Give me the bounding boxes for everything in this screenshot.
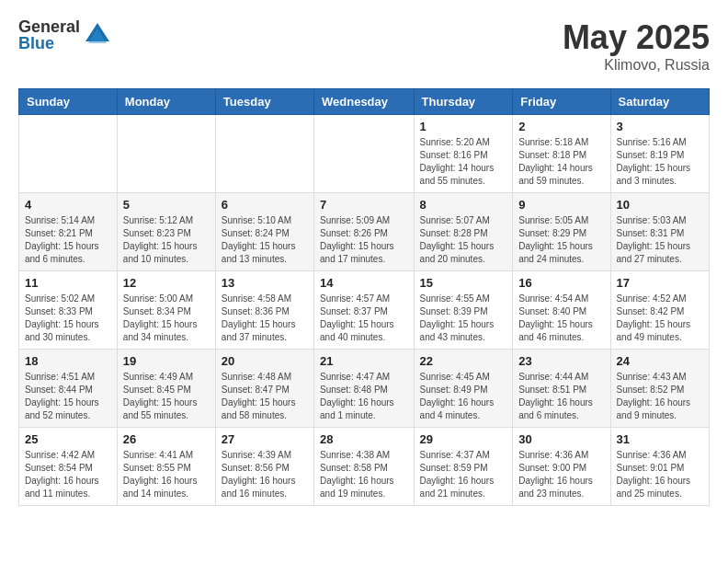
- table-row: 21Sunrise: 4:47 AM Sunset: 8:48 PM Dayli…: [314, 350, 415, 428]
- calendar-week-row: 11Sunrise: 5:02 AM Sunset: 8:33 PM Dayli…: [19, 271, 710, 350]
- calendar-header-row: Sunday Monday Tuesday Wednesday Thursday…: [19, 89, 710, 115]
- day-info: Sunrise: 5:09 AM Sunset: 8:26 PM Dayligh…: [320, 214, 408, 266]
- day-number: 5: [123, 198, 210, 212]
- table-row: 9Sunrise: 5:05 AM Sunset: 8:29 PM Daylig…: [513, 193, 610, 271]
- day-info: Sunrise: 5:10 AM Sunset: 8:24 PM Dayligh…: [222, 214, 308, 266]
- day-info: Sunrise: 5:07 AM Sunset: 8:28 PM Dayligh…: [420, 214, 507, 266]
- table-row: 24Sunrise: 4:43 AM Sunset: 8:52 PM Dayli…: [610, 350, 709, 428]
- day-info: Sunrise: 4:37 AM Sunset: 8:59 PM Dayligh…: [420, 449, 507, 500]
- logo-blue-text: Blue: [18, 35, 80, 52]
- table-row: 26Sunrise: 4:41 AM Sunset: 8:55 PM Dayli…: [117, 428, 215, 506]
- logo-icon: [84, 21, 111, 49]
- day-info: Sunrise: 4:48 AM Sunset: 8:47 PM Dayligh…: [222, 371, 308, 422]
- table-row: 8Sunrise: 5:07 AM Sunset: 8:28 PM Daylig…: [414, 193, 513, 271]
- table-row: 28Sunrise: 4:38 AM Sunset: 8:58 PM Dayli…: [314, 428, 415, 506]
- table-row: [117, 115, 215, 193]
- day-info: Sunrise: 5:12 AM Sunset: 8:23 PM Dayligh…: [123, 214, 210, 266]
- day-info: Sunrise: 4:58 AM Sunset: 8:36 PM Dayligh…: [222, 293, 308, 344]
- col-thursday: Thursday: [414, 89, 513, 115]
- day-number: 26: [123, 432, 210, 446]
- day-number: 24: [617, 354, 703, 368]
- table-row: 17Sunrise: 4:52 AM Sunset: 8:42 PM Dayli…: [610, 271, 709, 350]
- table-row: 6Sunrise: 5:10 AM Sunset: 8:24 PM Daylig…: [215, 193, 313, 271]
- table-row: 31Sunrise: 4:36 AM Sunset: 9:01 PM Dayli…: [610, 428, 709, 506]
- day-number: 11: [25, 276, 111, 290]
- day-info: Sunrise: 4:45 AM Sunset: 8:49 PM Dayligh…: [420, 371, 507, 422]
- location-subtitle: Klimovo, Russia: [563, 57, 710, 74]
- table-row: 4Sunrise: 5:14 AM Sunset: 8:21 PM Daylig…: [19, 193, 118, 271]
- table-row: [19, 115, 118, 193]
- day-number: 12: [123, 276, 210, 290]
- table-row: 12Sunrise: 5:00 AM Sunset: 8:34 PM Dayli…: [117, 271, 215, 350]
- table-row: 27Sunrise: 4:39 AM Sunset: 8:56 PM Dayli…: [215, 428, 313, 506]
- day-number: 23: [518, 354, 604, 368]
- day-number: 14: [320, 276, 408, 290]
- day-number: 6: [222, 198, 308, 212]
- calendar-week-row: 4Sunrise: 5:14 AM Sunset: 8:21 PM Daylig…: [19, 193, 710, 271]
- day-number: 9: [518, 198, 604, 212]
- day-number: 13: [222, 276, 308, 290]
- table-row: [314, 115, 415, 193]
- day-info: Sunrise: 5:14 AM Sunset: 8:21 PM Dayligh…: [25, 214, 111, 266]
- table-row: 13Sunrise: 4:58 AM Sunset: 8:36 PM Dayli…: [215, 271, 313, 350]
- col-wednesday: Wednesday: [314, 89, 415, 115]
- col-saturday: Saturday: [610, 89, 709, 115]
- table-row: 19Sunrise: 4:49 AM Sunset: 8:45 PM Dayli…: [117, 350, 215, 428]
- table-row: 1Sunrise: 5:20 AM Sunset: 8:16 PM Daylig…: [414, 115, 513, 193]
- title-block: May 2025 Klimovo, Russia: [563, 18, 710, 74]
- calendar-week-row: 1Sunrise: 5:20 AM Sunset: 8:16 PM Daylig…: [19, 115, 710, 193]
- calendar-table: Sunday Monday Tuesday Wednesday Thursday…: [18, 88, 710, 506]
- day-info: Sunrise: 4:51 AM Sunset: 8:44 PM Dayligh…: [25, 371, 111, 422]
- col-friday: Friday: [513, 89, 610, 115]
- day-number: 10: [617, 198, 703, 212]
- table-row: 16Sunrise: 4:54 AM Sunset: 8:40 PM Dayli…: [513, 271, 610, 350]
- logo-general-text: General: [18, 18, 80, 35]
- table-row: 10Sunrise: 5:03 AM Sunset: 8:31 PM Dayli…: [610, 193, 709, 271]
- day-number: 2: [518, 120, 604, 133]
- day-info: Sunrise: 4:49 AM Sunset: 8:45 PM Dayligh…: [123, 371, 210, 422]
- table-row: 11Sunrise: 5:02 AM Sunset: 8:33 PM Dayli…: [19, 271, 118, 350]
- day-number: 4: [25, 198, 111, 212]
- table-row: [215, 115, 313, 193]
- day-info: Sunrise: 4:36 AM Sunset: 9:01 PM Dayligh…: [617, 449, 703, 500]
- table-row: 18Sunrise: 4:51 AM Sunset: 8:44 PM Dayli…: [19, 350, 118, 428]
- day-info: Sunrise: 4:52 AM Sunset: 8:42 PM Dayligh…: [617, 293, 703, 344]
- day-number: 16: [518, 276, 604, 290]
- col-sunday: Sunday: [19, 89, 118, 115]
- table-row: 29Sunrise: 4:37 AM Sunset: 8:59 PM Dayli…: [414, 428, 513, 506]
- day-info: Sunrise: 5:20 AM Sunset: 8:16 PM Dayligh…: [420, 136, 507, 188]
- day-info: Sunrise: 5:00 AM Sunset: 8:34 PM Dayligh…: [123, 293, 210, 344]
- day-number: 19: [123, 354, 210, 368]
- calendar-week-row: 25Sunrise: 4:42 AM Sunset: 8:54 PM Dayli…: [19, 428, 710, 506]
- page-header: General Blue May 2025 Klimovo, Russia: [18, 18, 710, 74]
- day-number: 21: [320, 354, 408, 368]
- day-number: 31: [617, 432, 703, 446]
- day-info: Sunrise: 5:18 AM Sunset: 8:18 PM Dayligh…: [518, 136, 604, 188]
- col-tuesday: Tuesday: [215, 89, 313, 115]
- table-row: 7Sunrise: 5:09 AM Sunset: 8:26 PM Daylig…: [314, 193, 415, 271]
- day-number: 27: [222, 432, 308, 446]
- calendar-week-row: 18Sunrise: 4:51 AM Sunset: 8:44 PM Dayli…: [19, 350, 710, 428]
- day-number: 30: [518, 432, 604, 446]
- day-info: Sunrise: 4:38 AM Sunset: 8:58 PM Dayligh…: [320, 449, 408, 500]
- day-number: 3: [617, 120, 703, 133]
- day-number: 15: [420, 276, 507, 290]
- table-row: 5Sunrise: 5:12 AM Sunset: 8:23 PM Daylig…: [117, 193, 215, 271]
- day-number: 7: [320, 198, 408, 212]
- day-number: 18: [25, 354, 111, 368]
- day-info: Sunrise: 4:54 AM Sunset: 8:40 PM Dayligh…: [518, 293, 604, 344]
- month-year-title: May 2025: [563, 18, 710, 57]
- day-number: 8: [420, 198, 507, 212]
- day-info: Sunrise: 4:55 AM Sunset: 8:39 PM Dayligh…: [420, 293, 507, 344]
- table-row: 25Sunrise: 4:42 AM Sunset: 8:54 PM Dayli…: [19, 428, 118, 506]
- day-number: 17: [617, 276, 703, 290]
- table-row: 2Sunrise: 5:18 AM Sunset: 8:18 PM Daylig…: [513, 115, 610, 193]
- day-info: Sunrise: 4:41 AM Sunset: 8:55 PM Dayligh…: [123, 449, 210, 500]
- day-number: 1: [420, 120, 507, 133]
- day-info: Sunrise: 5:03 AM Sunset: 8:31 PM Dayligh…: [617, 214, 703, 266]
- logo: General Blue: [18, 18, 111, 52]
- day-info: Sunrise: 4:36 AM Sunset: 9:00 PM Dayligh…: [518, 449, 604, 500]
- day-info: Sunrise: 4:39 AM Sunset: 8:56 PM Dayligh…: [222, 449, 308, 500]
- day-info: Sunrise: 5:02 AM Sunset: 8:33 PM Dayligh…: [25, 293, 111, 344]
- day-info: Sunrise: 4:43 AM Sunset: 8:52 PM Dayligh…: [617, 371, 703, 422]
